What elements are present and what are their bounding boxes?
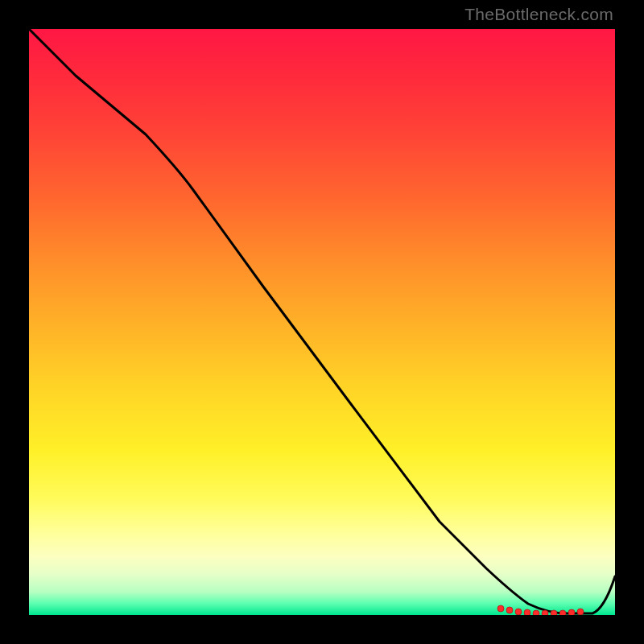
marker-dot [551, 610, 557, 615]
marker-dot [577, 609, 584, 615]
marker-dot [524, 609, 530, 615]
bottleneck-curve-line [29, 29, 615, 613]
plot-area [29, 29, 615, 615]
watermark-text: TheBottleneck.com [464, 5, 613, 24]
chart-svg [29, 29, 615, 615]
marker-dot [497, 605, 504, 612]
marker-dot [515, 609, 522, 615]
marker-dot [533, 610, 539, 615]
marker-dot [506, 607, 513, 613]
marker-dot [542, 610, 548, 615]
marker-dot [568, 609, 575, 615]
highlight-markers [497, 605, 584, 615]
chart-frame: TheBottleneck.com [0, 0, 644, 644]
marker-dot [559, 610, 566, 615]
